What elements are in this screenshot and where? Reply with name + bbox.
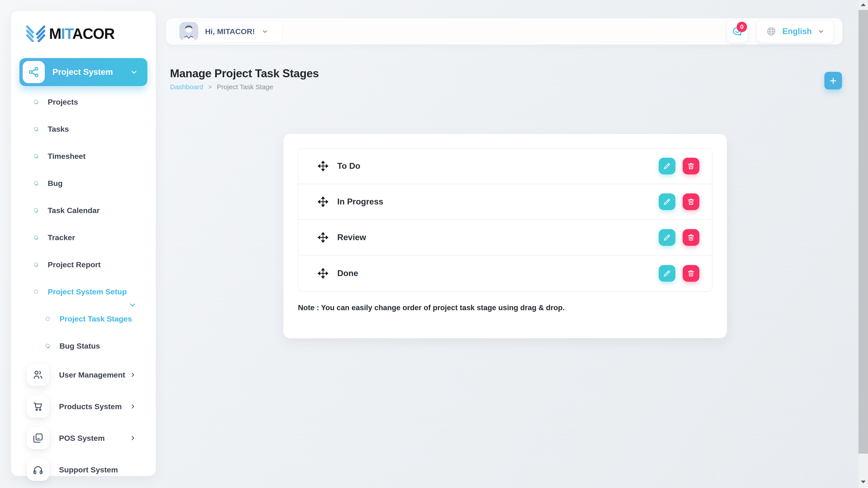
triangle-down-icon xyxy=(861,481,866,483)
bullet-icon xyxy=(45,317,50,321)
bullet-icon xyxy=(33,126,39,132)
row-actions xyxy=(659,229,700,246)
drag-handle-icon[interactable] xyxy=(317,231,329,243)
topbar-right: 0 English xyxy=(727,20,834,43)
drag-handle-icon[interactable] xyxy=(317,267,329,280)
breadcrumb-separator: > xyxy=(208,84,212,91)
sidebar-item-tasks[interactable]: Tasks xyxy=(11,116,156,142)
section-label: Project System xyxy=(53,67,113,77)
stage-row-todo: To Do xyxy=(298,149,712,184)
breadcrumb: Dashboard > Project Task Stage xyxy=(170,83,273,91)
globe-icon xyxy=(766,26,776,37)
trash-icon xyxy=(687,233,695,242)
chevron-right-icon xyxy=(129,403,136,410)
sidebar-item-project-task-stages[interactable]: Project Task Stages xyxy=(11,305,156,332)
sidebar-item-bug-status[interactable]: Bug Status xyxy=(11,332,156,359)
scrollbar-track[interactable] xyxy=(859,0,868,488)
drag-handle-icon[interactable] xyxy=(317,196,329,208)
brand-logo[interactable]: MITACOR xyxy=(26,25,114,42)
sidebar-item-products-system[interactable]: Products System xyxy=(11,391,156,422)
edit-stage-button[interactable] xyxy=(659,193,675,210)
trash-icon xyxy=(687,162,695,170)
greeting-text: Hi, MITACOR! xyxy=(205,27,255,36)
trash-icon xyxy=(687,269,695,278)
sidebar-item-project-report[interactable]: Project Report xyxy=(11,251,156,278)
cart-icon xyxy=(27,395,49,418)
sidebar-item-bug[interactable]: Bug xyxy=(11,170,156,197)
sidebar-item-tracker[interactable]: Tracker xyxy=(11,224,156,251)
breadcrumb-dashboard[interactable]: Dashboard xyxy=(170,83,203,91)
task-stages-card: To Do In P xyxy=(283,134,727,338)
row-actions xyxy=(659,193,700,210)
bullet-icon xyxy=(34,289,38,294)
stage-label: Done xyxy=(337,269,358,278)
edit-stage-button[interactable] xyxy=(659,265,675,282)
avatar xyxy=(179,22,198,41)
chevron-down-icon xyxy=(817,28,825,35)
stage-row-review: Review xyxy=(298,220,712,256)
sidebar-item-user-management[interactable]: User Management xyxy=(11,359,156,391)
app-screen: MITACOR Project System Projects Tasks Ti… xyxy=(0,0,868,488)
chevron-down-icon xyxy=(261,28,268,35)
scrollbar-thumb[interactable] xyxy=(859,10,868,454)
delete-stage-button[interactable] xyxy=(683,265,700,282)
edit-stage-button[interactable] xyxy=(659,158,675,174)
trash-icon xyxy=(687,197,695,206)
share-icon xyxy=(23,61,45,83)
row-actions xyxy=(659,265,700,282)
user-menu[interactable]: Hi, MITACOR! xyxy=(177,20,283,43)
sidebar: MITACOR Project System Projects Tasks Ti… xyxy=(11,11,156,476)
pencil-icon xyxy=(663,162,671,170)
chevron-right-icon xyxy=(129,435,136,442)
triangle-up-icon xyxy=(861,3,866,6)
bullet-icon xyxy=(33,234,39,240)
scrollbar-down-arrow[interactable] xyxy=(859,477,868,487)
stage-row-in-progress: In Progress xyxy=(298,184,712,220)
page-title: Manage Project Task Stages xyxy=(170,67,319,80)
sidebar-item-timesheet[interactable]: Timesheet xyxy=(11,142,156,170)
stage-row-done: Done xyxy=(298,256,712,291)
chevron-down-icon xyxy=(130,68,138,76)
delete-stage-button[interactable] xyxy=(683,193,700,210)
stage-label: To Do xyxy=(337,161,360,171)
sidebar-modules: User Management Products System xyxy=(11,359,156,486)
chevron-right-icon xyxy=(129,371,136,378)
bullet-icon xyxy=(44,343,51,349)
stage-label: In Progress xyxy=(337,197,383,206)
brand-name: MITACOR xyxy=(49,25,114,42)
language-selector[interactable]: English xyxy=(756,20,834,43)
bullet-icon xyxy=(33,207,39,213)
bullet-icon xyxy=(33,153,39,159)
add-stage-button[interactable]: + xyxy=(825,72,842,90)
sidebar-item-support-system[interactable]: Support System xyxy=(11,454,156,486)
users-icon xyxy=(27,364,49,386)
sidebar-item-projects[interactable]: Projects xyxy=(11,88,156,116)
scrollbar-up-arrow[interactable] xyxy=(859,0,868,9)
topbar: Hi, MITACOR! 0 English xyxy=(166,18,842,44)
pencil-icon xyxy=(663,233,671,242)
delete-stage-button[interactable] xyxy=(683,158,700,174)
drag-handle-icon[interactable] xyxy=(317,160,329,172)
breadcrumb-current: Project Task Stage xyxy=(217,83,273,91)
bullet-icon xyxy=(33,261,39,267)
messages-button[interactable]: 0 xyxy=(727,20,748,43)
stage-label: Review xyxy=(337,233,366,242)
language-label: English xyxy=(782,27,812,36)
sidebar-submenu: Project Task Stages Bug Status xyxy=(11,305,156,359)
edit-stage-button[interactable] xyxy=(659,229,675,246)
brand-mark-icon xyxy=(26,25,45,42)
bullet-icon xyxy=(33,180,39,186)
delete-stage-button[interactable] xyxy=(683,229,700,246)
messages-badge: 0 xyxy=(737,22,747,32)
sidebar-section-project-system[interactable]: Project System xyxy=(20,58,147,86)
sidebar-item-task-calendar[interactable]: Task Calendar xyxy=(11,197,156,224)
stage-list: To Do In P xyxy=(298,148,712,292)
pos-icon xyxy=(27,427,49,449)
sidebar-menu: Projects Tasks Timesheet Bug Task Calend… xyxy=(11,88,156,305)
row-actions xyxy=(659,158,700,174)
headset-icon xyxy=(27,459,49,481)
bullet-icon xyxy=(33,99,39,105)
sidebar-item-pos-system[interactable]: POS System xyxy=(11,422,156,454)
pencil-icon xyxy=(663,197,671,206)
pencil-icon xyxy=(663,269,671,278)
